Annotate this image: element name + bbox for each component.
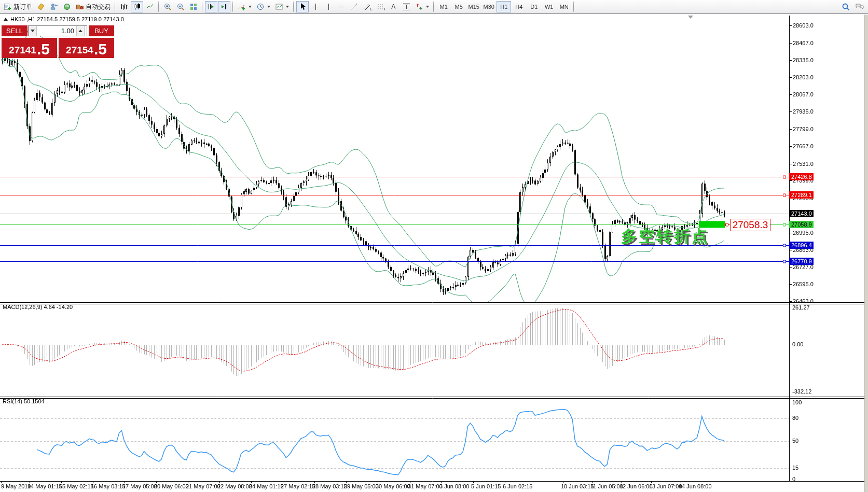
- clock-icon: [256, 3, 265, 11]
- autotrading-label: 自动交易: [86, 3, 111, 11]
- fibonacci-glyph: F: [384, 7, 387, 11]
- channel-glyph: E: [370, 7, 373, 11]
- triangle-up-icon: [78, 30, 82, 32]
- indicators-button[interactable]: [236, 1, 254, 12]
- zoom-out-icon: [176, 3, 185, 11]
- volume-stepper: [28, 25, 87, 36]
- line-chart-button[interactable]: [144, 1, 156, 12]
- macd-indicator-label: MACD(12,26,9) 4.64 -14.20: [3, 304, 73, 310]
- line-chart-icon: [146, 3, 154, 11]
- main-toolbar: 新订单 自动交易 E F A T M1 M5 M15 M30 H1 H4 D1 …: [0, 0, 868, 14]
- tile-windows-button[interactable]: [187, 1, 200, 12]
- chevron-down-icon: [426, 6, 429, 8]
- volume-increase-button[interactable]: [76, 26, 85, 36]
- text-tool-button[interactable]: A: [389, 1, 401, 12]
- cursor-icon: [298, 3, 307, 11]
- zoom-out-button[interactable]: [174, 1, 187, 12]
- chevron-down-icon: [286, 6, 289, 8]
- buy-button[interactable]: BUY: [89, 25, 114, 36]
- bar-chart-icon: [120, 3, 128, 11]
- profiles-button[interactable]: [48, 1, 60, 12]
- toolbar-separator: [293, 2, 294, 12]
- signals-icon: [63, 3, 71, 11]
- price-tag-label: 27058.3: [730, 219, 770, 231]
- new-order-label: 新订单: [13, 3, 32, 11]
- one-click-trading-panel: SELL BUY 27141 .5 27154 .5: [2, 25, 114, 58]
- indicators-icon: [238, 3, 246, 11]
- rsi-indicator-label: RSI(14) 50.1504: [3, 398, 45, 404]
- timeframe-m5-button[interactable]: M5: [451, 1, 466, 12]
- fibonacci-tool-button[interactable]: F: [375, 1, 389, 12]
- fibonacci-icon: [377, 3, 384, 11]
- autotrading-button[interactable]: 自动交易: [74, 1, 113, 12]
- templates-button[interactable]: [273, 1, 291, 12]
- timeframe-mn-button[interactable]: MN: [557, 1, 571, 12]
- chart-shift-button[interactable]: [218, 1, 230, 12]
- channel-tool-button[interactable]: E: [361, 1, 375, 12]
- periods-button[interactable]: [254, 1, 272, 12]
- volume-decrease-button[interactable]: [29, 26, 37, 36]
- ask-price-button[interactable]: 27154 .5: [59, 38, 114, 58]
- chart-shift-icon: [220, 3, 228, 11]
- profiles-icon: [50, 3, 58, 11]
- price-chart-canvas[interactable]: [0, 15, 868, 492]
- chat-icon: [855, 3, 864, 11]
- cursor-tool-button[interactable]: [296, 1, 309, 12]
- volume-input[interactable]: [37, 26, 76, 36]
- styler-button[interactable]: [35, 1, 47, 12]
- zoom-in-button[interactable]: [161, 1, 174, 12]
- text-label-icon: T: [403, 3, 410, 10]
- timeframe-m30-button[interactable]: M30: [481, 1, 496, 12]
- chart-window: HK50-,H1 27154.5 27159.5 27119.0 27143.0…: [0, 15, 868, 492]
- window-edge-strip: [864, 15, 868, 492]
- chart-header: HK50-,H1 27154.5 27159.5 27119.0 27143.0: [4, 16, 124, 22]
- auto-scroll-icon: [207, 3, 215, 11]
- timeframe-m15-button[interactable]: M15: [466, 1, 481, 12]
- text-label-tool-button[interactable]: T: [401, 1, 412, 12]
- templates-icon: [275, 3, 283, 11]
- toolbar-separator: [202, 2, 203, 12]
- candlestick-chart-button[interactable]: [131, 1, 143, 12]
- signals-button[interactable]: [61, 1, 73, 12]
- toolbar-separator: [433, 2, 434, 12]
- new-order-button[interactable]: 新订单: [2, 1, 34, 12]
- zoom-in-icon: [163, 3, 172, 11]
- triangle-down-icon: [31, 30, 35, 32]
- trendline-tool-button[interactable]: [348, 1, 361, 12]
- chat-button[interactable]: [853, 1, 866, 12]
- crosshair-tool-button[interactable]: [309, 1, 322, 12]
- styler-icon: [37, 3, 45, 11]
- toolbar-separator: [573, 2, 574, 12]
- bid-price-fraction: .5: [37, 44, 50, 55]
- symbol-triangle-icon: [4, 18, 8, 21]
- auto-scroll-button[interactable]: [205, 1, 217, 12]
- search-button[interactable]: [839, 1, 852, 12]
- toolbar-separator: [158, 2, 159, 12]
- timeframe-h4-button[interactable]: H4: [512, 1, 526, 12]
- ask-price-fraction: .5: [94, 44, 107, 55]
- vertical-line-tool-button[interactable]: [322, 1, 335, 12]
- timeframe-h1-button[interactable]: H1: [497, 1, 511, 12]
- chart-annotation-text: 多空转折点: [621, 226, 709, 247]
- bid-price-button[interactable]: 27141 .5: [2, 38, 57, 58]
- sell-button[interactable]: SELL: [2, 25, 27, 36]
- toolbar-separator: [115, 2, 116, 12]
- horizontal-line-icon: [337, 3, 346, 11]
- autotrading-icon: [76, 3, 84, 11]
- text-tool-icon: A: [391, 3, 395, 10]
- chevron-down-icon: [267, 6, 270, 8]
- bid-price-main: 27141: [9, 45, 36, 55]
- arrows-tool-button[interactable]: [413, 1, 431, 12]
- timeframe-w1-button[interactable]: W1: [542, 1, 556, 12]
- new-order-icon: [4, 3, 12, 11]
- timeframe-d1-button[interactable]: D1: [527, 1, 541, 12]
- search-icon: [842, 3, 850, 11]
- trendline-icon: [350, 3, 359, 11]
- bar-chart-button[interactable]: [118, 1, 130, 12]
- channel-icon: [363, 3, 370, 11]
- chart-title: HK50-,H1 27154.5 27159.5 27119.0 27143.0: [10, 16, 124, 22]
- timeframe-m1-button[interactable]: M1: [436, 1, 451, 12]
- crosshair-icon: [311, 3, 320, 11]
- tile-windows-icon: [189, 3, 198, 11]
- horizontal-line-tool-button[interactable]: [335, 1, 348, 12]
